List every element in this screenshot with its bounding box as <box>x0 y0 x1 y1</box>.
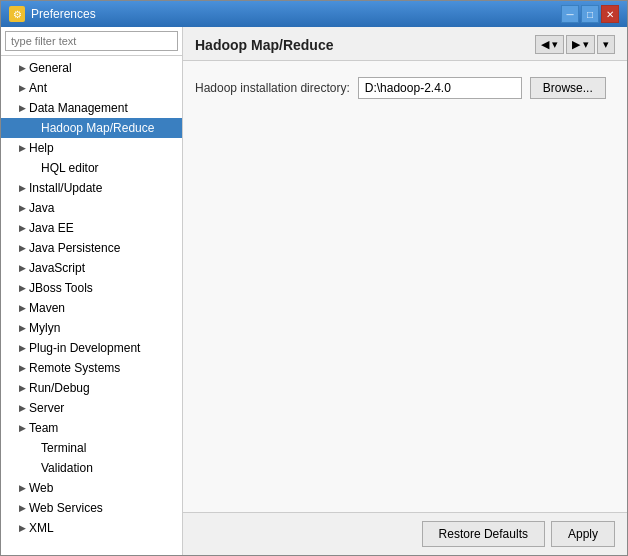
sidebar-item-label: JBoss Tools <box>29 281 93 295</box>
title-bar-left: ⚙ Preferences <box>9 6 96 22</box>
chevron-icon <box>29 123 39 133</box>
sidebar-item-web-services[interactable]: ▶Web Services <box>1 498 182 518</box>
sidebar-item-web[interactable]: ▶Web <box>1 478 182 498</box>
sidebar-item-remote-systems[interactable]: ▶Remote Systems <box>1 358 182 378</box>
chevron-icon: ▶ <box>17 223 27 233</box>
sidebar-item-label: Java <box>29 201 54 215</box>
sidebar-item-label: Data Management <box>29 101 128 115</box>
sidebar-item-label: Web <box>29 481 53 495</box>
sidebar-item-terminal[interactable]: Terminal <box>1 438 182 458</box>
bottom-bar: Restore Defaults Apply <box>183 512 627 555</box>
sidebar-item-label: Ant <box>29 81 47 95</box>
sidebar: ▶General▶Ant▶Data ManagementHadoop Map/R… <box>1 27 183 555</box>
chevron-icon: ▶ <box>17 503 27 513</box>
sidebar-item-java-persistence[interactable]: ▶Java Persistence <box>1 238 182 258</box>
window-title: Preferences <box>31 7 96 21</box>
sidebar-item-run-debug[interactable]: ▶Run/Debug <box>1 378 182 398</box>
sidebar-item-label: Maven <box>29 301 65 315</box>
sidebar-item-install-update[interactable]: ▶Install/Update <box>1 178 182 198</box>
chevron-icon: ▶ <box>17 423 27 433</box>
sidebar-item-label: Hadoop Map/Reduce <box>41 121 154 135</box>
sidebar-item-label: Help <box>29 141 54 155</box>
chevron-icon: ▶ <box>17 343 27 353</box>
sidebar-item-hql-editor[interactable]: HQL editor <box>1 158 182 178</box>
main-content: Hadoop installation directory: Browse... <box>183 61 627 512</box>
nav-arrows: ◀ ▾ ▶ ▾ ▾ <box>535 35 615 54</box>
chevron-icon: ▶ <box>17 363 27 373</box>
chevron-icon <box>29 443 39 453</box>
sidebar-item-label: Java Persistence <box>29 241 120 255</box>
sidebar-item-label: Plug-in Development <box>29 341 140 355</box>
chevron-icon: ▶ <box>17 403 27 413</box>
filter-box <box>1 27 182 56</box>
chevron-icon <box>29 463 39 473</box>
sidebar-item-data-management[interactable]: ▶Data Management <box>1 98 182 118</box>
sidebar-item-label: Run/Debug <box>29 381 90 395</box>
sidebar-item-label: Remote Systems <box>29 361 120 375</box>
sidebar-item-label: Java EE <box>29 221 74 235</box>
main-header: Hadoop Map/Reduce ◀ ▾ ▶ ▾ ▾ <box>183 27 627 61</box>
sidebar-item-javascript[interactable]: ▶JavaScript <box>1 258 182 278</box>
sidebar-item-label: Install/Update <box>29 181 102 195</box>
chevron-icon: ▶ <box>17 263 27 273</box>
chevron-icon: ▶ <box>17 283 27 293</box>
restore-defaults-button[interactable]: Restore Defaults <box>422 521 545 547</box>
main-panel: Hadoop Map/Reduce ◀ ▾ ▶ ▾ ▾ Hadoop insta… <box>183 27 627 555</box>
chevron-icon: ▶ <box>17 383 27 393</box>
hadoop-dir-input[interactable] <box>358 77 522 99</box>
sidebar-item-label: Team <box>29 421 58 435</box>
sidebar-item-label: Validation <box>41 461 93 475</box>
tree: ▶General▶Ant▶Data ManagementHadoop Map/R… <box>1 56 182 555</box>
chevron-icon: ▶ <box>17 183 27 193</box>
window-icon: ⚙ <box>9 6 25 22</box>
chevron-icon: ▶ <box>17 143 27 153</box>
sidebar-item-general[interactable]: ▶General <box>1 58 182 78</box>
sidebar-item-label: General <box>29 61 72 75</box>
chevron-icon: ▶ <box>17 203 27 213</box>
forward-button[interactable]: ▶ ▾ <box>566 35 595 54</box>
sidebar-item-hadoop-map-reduce[interactable]: Hadoop Map/Reduce <box>1 118 182 138</box>
maximize-button[interactable]: □ <box>581 5 599 23</box>
sidebar-item-ant[interactable]: ▶Ant <box>1 78 182 98</box>
title-bar: ⚙ Preferences ─ □ ✕ <box>1 1 627 27</box>
apply-button[interactable]: Apply <box>551 521 615 547</box>
content-area: ▶General▶Ant▶Data ManagementHadoop Map/R… <box>1 27 627 555</box>
chevron-icon: ▶ <box>17 483 27 493</box>
browse-button[interactable]: Browse... <box>530 77 606 99</box>
sidebar-item-label: Mylyn <box>29 321 60 335</box>
chevron-icon: ▶ <box>17 103 27 113</box>
chevron-icon: ▶ <box>17 303 27 313</box>
sidebar-item-label: HQL editor <box>41 161 99 175</box>
main-panel-title: Hadoop Map/Reduce <box>195 37 333 53</box>
title-buttons: ─ □ ✕ <box>561 5 619 23</box>
sidebar-item-help[interactable]: ▶Help <box>1 138 182 158</box>
sidebar-item-team[interactable]: ▶Team <box>1 418 182 438</box>
back-button[interactable]: ◀ ▾ <box>535 35 564 54</box>
sidebar-item-label: JavaScript <box>29 261 85 275</box>
sidebar-item-java[interactable]: ▶Java <box>1 198 182 218</box>
sidebar-item-jboss-tools[interactable]: ▶JBoss Tools <box>1 278 182 298</box>
close-button[interactable]: ✕ <box>601 5 619 23</box>
sidebar-item-server[interactable]: ▶Server <box>1 398 182 418</box>
sidebar-item-java-ee[interactable]: ▶Java EE <box>1 218 182 238</box>
sidebar-item-validation[interactable]: Validation <box>1 458 182 478</box>
chevron-icon: ▶ <box>17 523 27 533</box>
chevron-icon: ▶ <box>17 323 27 333</box>
sidebar-item-label: Web Services <box>29 501 103 515</box>
hadoop-dir-row: Hadoop installation directory: Browse... <box>195 77 615 99</box>
sidebar-item-maven[interactable]: ▶Maven <box>1 298 182 318</box>
menu-button[interactable]: ▾ <box>597 35 615 54</box>
minimize-button[interactable]: ─ <box>561 5 579 23</box>
sidebar-item-xml[interactable]: ▶XML <box>1 518 182 538</box>
chevron-icon: ▶ <box>17 243 27 253</box>
filter-input[interactable] <box>5 31 178 51</box>
chevron-icon <box>29 163 39 173</box>
hadoop-dir-label: Hadoop installation directory: <box>195 81 350 95</box>
chevron-icon: ▶ <box>17 83 27 93</box>
chevron-icon: ▶ <box>17 63 27 73</box>
sidebar-item-plugin-development[interactable]: ▶Plug-in Development <box>1 338 182 358</box>
preferences-window: ⚙ Preferences ─ □ ✕ ▶General▶Ant▶Data Ma… <box>0 0 628 556</box>
sidebar-item-label: Server <box>29 401 64 415</box>
sidebar-item-mylyn[interactable]: ▶Mylyn <box>1 318 182 338</box>
sidebar-item-label: Terminal <box>41 441 86 455</box>
